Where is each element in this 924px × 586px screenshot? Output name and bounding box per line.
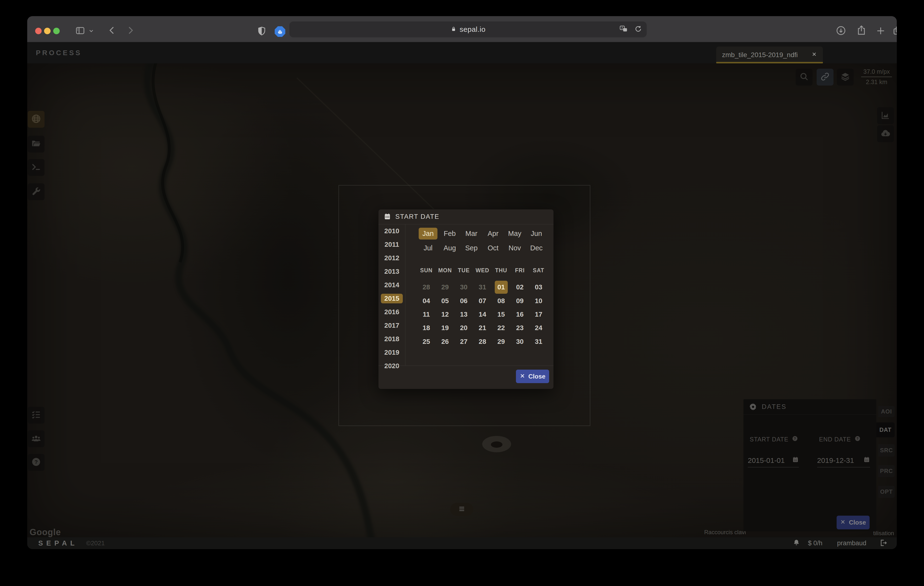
picker-footer: Close [378,366,553,389]
month-grid: Jan Feb Mar Apr May Jun Jul Aug Sep Oct … [417,226,548,255]
process-menu-label: PROCESS [36,49,82,57]
day-cell[interactable]: 25 [417,335,436,348]
share-icon[interactable] [856,25,867,37]
downloads-icon[interactable] [836,25,846,37]
day-cell[interactable]: 22 [492,321,511,335]
day-cell[interactable]: 30 [454,280,473,294]
browser-toolbar: sepal.io A [27,16,897,42]
day-cell[interactable]: 09 [510,294,529,308]
day-cell[interactable]: 16 [510,308,529,321]
day-cell[interactable]: 04 [417,294,436,308]
day-cell[interactable]: 30 [510,335,529,348]
day-cell[interactable]: 10 [529,294,548,308]
day-cell[interactable]: 11 [417,308,436,321]
month-option[interactable]: Sep [460,241,482,255]
day-cell-selected[interactable]: 01 [492,280,511,294]
month-option[interactable]: Jun [526,226,547,241]
reload-icon[interactable] [634,25,642,34]
day-cell[interactable]: 19 [436,321,455,335]
day-cell[interactable]: 23 [510,321,529,335]
copyright-label: ©2021 [86,540,105,547]
weekday-header: SUN MON TUE WED THU FRI SAT [417,267,548,274]
month-option[interactable]: Mar [460,226,482,241]
app-header: PROCESS zmb_tile_2015-2019_ndfi [27,42,897,63]
year-option[interactable]: 2013 [378,265,405,278]
day-cell[interactable]: 07 [473,294,492,308]
day-cell[interactable]: 24 [529,321,548,335]
month-option[interactable]: Feb [439,226,460,241]
day-cell[interactable]: 06 [454,294,473,308]
month-option[interactable]: Aug [439,241,460,255]
picker-header: START DATE [378,209,553,224]
recipe-tab[interactable]: zmb_tile_2015-2019_ndfi [716,46,823,63]
month-option[interactable]: Dec [526,241,547,255]
day-cell[interactable]: 12 [436,308,455,321]
day-cell[interactable]: 15 [492,308,511,321]
map-canvas[interactable]: ? 37.0 m/px 2.31 km Googl [27,63,897,537]
logout-icon[interactable] [879,539,888,549]
month-option[interactable]: May [504,226,526,241]
year-option[interactable]: 2019 [378,346,405,359]
year-option[interactable]: 2018 [378,332,405,346]
day-cell[interactable]: 27 [454,335,473,348]
month-option[interactable]: Jul [417,241,439,255]
minimize-window-button[interactable] [44,28,51,34]
close-window-button[interactable] [35,28,42,34]
day-cell[interactable]: 14 [473,308,492,321]
tab-close-icon[interactable] [811,51,817,59]
new-tab-icon[interactable] [876,26,886,37]
address-bar[interactable]: sepal.io A [289,22,647,37]
day-cell[interactable]: 26 [436,335,455,348]
day-cell[interactable]: 29 [436,280,455,294]
browser-window: sepal.io A PROCESS zmb_tile_2 [27,16,897,549]
bell-icon[interactable] [792,539,800,549]
day-cell[interactable]: 20 [454,321,473,335]
calendar-icon [384,213,391,221]
month-option[interactable]: Apr [482,226,504,241]
lock-icon [450,26,457,33]
day-cell[interactable]: 05 [436,294,455,308]
sidebar-toggle-icon[interactable] [75,25,86,37]
start-date-picker: START DATE 2010 2011 2012 2013 2014 2015… [378,209,554,389]
sepal-brand: SEPAL [38,539,78,547]
month-option-selected[interactable]: Jan [417,226,439,241]
tab-overview-icon[interactable] [893,25,897,37]
day-cell[interactable]: 02 [510,280,529,294]
forward-icon[interactable] [125,25,136,37]
username[interactable]: prambaud [837,540,866,547]
year-option[interactable]: 2011 [378,238,405,251]
day-cell[interactable]: 29 [492,335,511,348]
zoom-window-button[interactable] [53,28,60,34]
day-cell[interactable]: 18 [417,321,436,335]
content-blocker-icon[interactable] [275,26,285,37]
year-option-selected[interactable]: 2015 [378,292,405,305]
year-option[interactable]: 2017 [378,319,405,332]
month-option[interactable]: Nov [504,241,526,255]
year-option[interactable]: 2014 [378,278,405,292]
extension-badge-icon[interactable]: A [619,25,628,34]
year-list: 2010 2011 2012 2013 2014 2015 2016 2017 … [378,224,406,366]
day-cell[interactable]: 31 [473,280,492,294]
day-cell[interactable]: 08 [492,294,511,308]
day-grid: 28 29 30 31 01 02 03 04 05 06 07 08 09 1… [417,280,548,348]
usage-cost[interactable]: $ 0/h [808,540,822,547]
privacy-shield-icon[interactable] [256,26,267,37]
month-option[interactable]: Oct [482,241,504,255]
url-text: sepal.io [460,25,485,33]
picker-close-label: Close [528,373,546,380]
day-cell[interactable]: 28 [473,335,492,348]
chevron-down-icon[interactable] [89,28,94,35]
year-option[interactable]: 2010 [378,224,405,238]
day-cell[interactable]: 21 [473,321,492,335]
svg-text:A: A [621,26,623,30]
year-option[interactable]: 2012 [378,251,405,265]
picker-close-button[interactable]: Close [516,370,549,383]
day-cell[interactable]: 31 [529,335,548,348]
picker-title: START DATE [395,213,439,220]
day-cell[interactable]: 03 [529,280,548,294]
year-option[interactable]: 2016 [378,305,405,319]
day-cell[interactable]: 17 [529,308,548,321]
day-cell[interactable]: 28 [417,280,436,294]
day-cell[interactable]: 13 [454,308,473,321]
back-icon[interactable] [107,25,118,37]
